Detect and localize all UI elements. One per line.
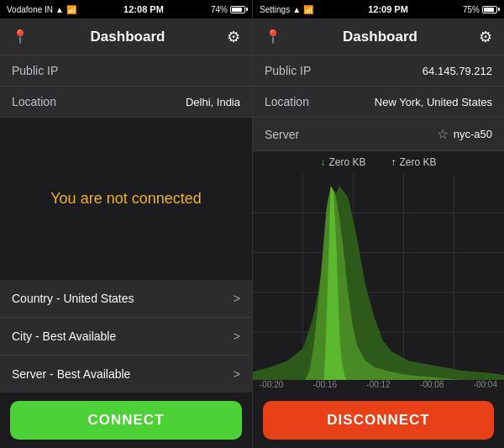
- left-info-section: Public IP Location Delhi, India: [0, 55, 252, 118]
- not-connected-area: You are not connected: [0, 118, 252, 280]
- upload-arrow-icon: ↑: [391, 156, 396, 168]
- left-menu-section: Country - United States > City - Best Av…: [0, 280, 252, 393]
- left-status-bar: Vodafone IN ▲ 📶 12:08 PM 74%: [0, 0, 252, 18]
- left-status-right: 74%: [211, 5, 245, 14]
- battery-percent-right: 75%: [463, 5, 480, 14]
- chevron-right-icon-country: >: [234, 292, 240, 305]
- left-location-row: Location Delhi, India: [0, 87, 252, 118]
- chart-fill-dark: [253, 186, 504, 380]
- right-signal-icon: ▲: [292, 5, 301, 14]
- right-status-right: 75%: [463, 5, 497, 14]
- chart-label-2: -00:12: [366, 380, 390, 389]
- chart-labels: -00:20 -00:16 -00:12 -00:08 -00:04: [253, 380, 504, 393]
- connect-button[interactable]: CONNECT: [10, 401, 242, 440]
- left-status-left: Vodafone IN ▲ 📶: [7, 5, 76, 14]
- stat-upload: ↑ Zero KB: [391, 156, 437, 168]
- right-public-ip-row: Public IP 64.145.79.212: [253, 55, 504, 87]
- left-settings-icon[interactable]: ⚙: [227, 28, 240, 46]
- left-location-value: Delhi, India: [186, 96, 240, 108]
- left-location-label: Location: [12, 95, 56, 108]
- disconnect-button[interactable]: DISCONNECT: [263, 401, 494, 440]
- bandwidth-chart: [253, 173, 504, 380]
- right-status-bar: Settings ▲ 📶 12:09 PM 75%: [253, 0, 504, 18]
- not-connected-text: You are not connected: [50, 190, 201, 208]
- left-panel: Vodafone IN ▲ 📶 12:08 PM 74% 📍 Dashboard…: [0, 0, 252, 448]
- stat-download: ↓ Zero KB: [320, 156, 365, 168]
- wifi-icon: 📶: [66, 5, 76, 14]
- menu-item-city[interactable]: City - Best Available >: [0, 318, 252, 356]
- menu-item-server[interactable]: Server - Best Available >: [0, 356, 252, 393]
- right-server-value-group: ☆ nyc-a50: [437, 126, 492, 142]
- battery-percent-left: 74%: [211, 5, 228, 14]
- signal-icon: ▲: [55, 5, 64, 14]
- menu-item-country[interactable]: Country - United States >: [0, 280, 252, 318]
- chart-label-4: -00:04: [474, 380, 497, 389]
- location-pin-icon-left: 📍: [12, 29, 29, 45]
- right-info-section: Public IP 64.145.79.212 Location New Yor…: [253, 55, 504, 151]
- right-location-row: Location New York, United States: [253, 87, 504, 118]
- right-location-label: Location: [265, 95, 309, 108]
- menu-item-city-label: City - Best Available: [12, 329, 116, 343]
- right-server-label: Server: [265, 128, 299, 141]
- right-header: 📍 Dashboard ⚙: [253, 18, 504, 55]
- right-wifi-icon: 📶: [303, 5, 313, 14]
- carrier-text: Vodafone IN: [7, 5, 53, 14]
- menu-item-country-label: Country - United States: [12, 292, 134, 305]
- right-header-title: Dashboard: [343, 29, 417, 45]
- chart-label-0: -00:20: [260, 380, 283, 389]
- chevron-right-icon-city: >: [234, 329, 240, 343]
- right-status-left: Settings ▲ 📶: [260, 5, 313, 14]
- right-server-row: Server ☆ nyc-a50: [253, 118, 504, 151]
- left-header-title: Dashboard: [91, 29, 165, 45]
- right-location-value: New York, United States: [375, 96, 492, 108]
- chart-label-3: -00:08: [420, 380, 444, 389]
- right-time: 12:09 PM: [368, 4, 408, 14]
- left-header: 📍 Dashboard ⚙: [0, 18, 252, 55]
- download-arrow-icon: ↓: [320, 156, 325, 168]
- menu-item-server-label: Server - Best Available: [12, 367, 130, 381]
- right-public-ip-value: 64.145.79.212: [423, 65, 492, 77]
- chart-stats: ↓ Zero KB ↑ Zero KB: [253, 151, 504, 173]
- left-public-ip-row: Public IP: [0, 55, 252, 87]
- chart-label-1: -00:16: [313, 380, 337, 389]
- right-public-ip-label: Public IP: [265, 64, 311, 77]
- right-panel: Settings ▲ 📶 12:09 PM 75% 📍 Dashboard ⚙ …: [252, 0, 504, 448]
- right-carrier-text: Settings: [260, 5, 290, 14]
- server-star-icon[interactable]: ☆: [437, 126, 449, 142]
- upload-value: Zero KB: [400, 156, 437, 168]
- chart-area: [253, 173, 504, 380]
- right-server-value: nyc-a50: [454, 128, 492, 140]
- chevron-right-icon-server: >: [234, 367, 240, 381]
- battery-icon-right: [482, 6, 497, 13]
- download-value: Zero KB: [328, 156, 365, 168]
- left-time: 12:08 PM: [123, 4, 164, 14]
- location-pin-icon-right: 📍: [265, 29, 281, 45]
- battery-icon-left: [230, 6, 245, 13]
- right-settings-icon[interactable]: ⚙: [479, 28, 492, 46]
- left-public-ip-label: Public IP: [12, 64, 58, 77]
